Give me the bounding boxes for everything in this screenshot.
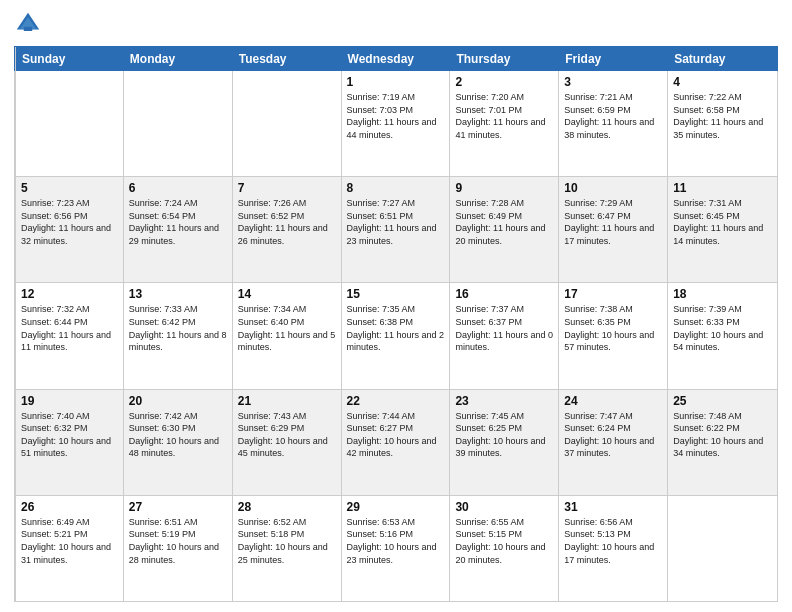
calendar-cell xyxy=(124,71,233,176)
day-number: 8 xyxy=(347,181,445,195)
day-info: Sunrise: 7:22 AM Sunset: 6:58 PM Dayligh… xyxy=(673,91,772,141)
day-info: Sunrise: 6:51 AM Sunset: 5:19 PM Dayligh… xyxy=(129,516,227,566)
calendar-cell: 6Sunrise: 7:24 AM Sunset: 6:54 PM Daylig… xyxy=(124,177,233,282)
calendar-cell: 16Sunrise: 7:37 AM Sunset: 6:37 PM Dayli… xyxy=(450,283,559,388)
day-info: Sunrise: 7:20 AM Sunset: 7:01 PM Dayligh… xyxy=(455,91,553,141)
calendar-row: 19Sunrise: 7:40 AM Sunset: 6:32 PM Dayli… xyxy=(15,390,777,496)
day-number: 15 xyxy=(347,287,445,301)
calendar-cell: 27Sunrise: 6:51 AM Sunset: 5:19 PM Dayli… xyxy=(124,496,233,601)
day-header-monday: Monday xyxy=(124,47,233,71)
day-number: 24 xyxy=(564,394,662,408)
day-number: 29 xyxy=(347,500,445,514)
day-info: Sunrise: 7:24 AM Sunset: 6:54 PM Dayligh… xyxy=(129,197,227,247)
day-number: 2 xyxy=(455,75,553,89)
day-number: 12 xyxy=(21,287,118,301)
day-info: Sunrise: 6:53 AM Sunset: 5:16 PM Dayligh… xyxy=(347,516,445,566)
calendar-cell: 9Sunrise: 7:28 AM Sunset: 6:49 PM Daylig… xyxy=(450,177,559,282)
calendar-cell: 1Sunrise: 7:19 AM Sunset: 7:03 PM Daylig… xyxy=(342,71,451,176)
day-info: Sunrise: 7:45 AM Sunset: 6:25 PM Dayligh… xyxy=(455,410,553,460)
day-number: 10 xyxy=(564,181,662,195)
calendar-cell: 2Sunrise: 7:20 AM Sunset: 7:01 PM Daylig… xyxy=(450,71,559,176)
page-header xyxy=(14,10,778,38)
day-info: Sunrise: 7:48 AM Sunset: 6:22 PM Dayligh… xyxy=(673,410,772,460)
day-header-friday: Friday xyxy=(559,47,668,71)
day-info: Sunrise: 7:39 AM Sunset: 6:33 PM Dayligh… xyxy=(673,303,772,353)
calendar-cell: 8Sunrise: 7:27 AM Sunset: 6:51 PM Daylig… xyxy=(342,177,451,282)
day-info: Sunrise: 7:44 AM Sunset: 6:27 PM Dayligh… xyxy=(347,410,445,460)
day-info: Sunrise: 7:40 AM Sunset: 6:32 PM Dayligh… xyxy=(21,410,118,460)
svg-rect-2 xyxy=(24,27,32,31)
calendar-cell: 29Sunrise: 6:53 AM Sunset: 5:16 PM Dayli… xyxy=(342,496,451,601)
calendar-header: SundayMondayTuesdayWednesdayThursdayFrid… xyxy=(14,46,778,71)
day-info: Sunrise: 7:31 AM Sunset: 6:45 PM Dayligh… xyxy=(673,197,772,247)
calendar-cell: 21Sunrise: 7:43 AM Sunset: 6:29 PM Dayli… xyxy=(233,390,342,495)
day-number: 7 xyxy=(238,181,336,195)
calendar-cell: 14Sunrise: 7:34 AM Sunset: 6:40 PM Dayli… xyxy=(233,283,342,388)
day-number: 9 xyxy=(455,181,553,195)
calendar-cell: 26Sunrise: 6:49 AM Sunset: 5:21 PM Dayli… xyxy=(15,496,124,601)
logo xyxy=(14,10,46,38)
day-info: Sunrise: 6:56 AM Sunset: 5:13 PM Dayligh… xyxy=(564,516,662,566)
calendar-body: 1Sunrise: 7:19 AM Sunset: 7:03 PM Daylig… xyxy=(14,71,778,602)
day-header-tuesday: Tuesday xyxy=(233,47,342,71)
calendar-cell: 31Sunrise: 6:56 AM Sunset: 5:13 PM Dayli… xyxy=(559,496,668,601)
calendar-cell: 20Sunrise: 7:42 AM Sunset: 6:30 PM Dayli… xyxy=(124,390,233,495)
day-info: Sunrise: 7:32 AM Sunset: 6:44 PM Dayligh… xyxy=(21,303,118,353)
day-number: 20 xyxy=(129,394,227,408)
calendar-cell: 11Sunrise: 7:31 AM Sunset: 6:45 PM Dayli… xyxy=(668,177,777,282)
day-info: Sunrise: 7:43 AM Sunset: 6:29 PM Dayligh… xyxy=(238,410,336,460)
calendar-cell: 18Sunrise: 7:39 AM Sunset: 6:33 PM Dayli… xyxy=(668,283,777,388)
day-info: Sunrise: 7:42 AM Sunset: 6:30 PM Dayligh… xyxy=(129,410,227,460)
calendar-cell: 25Sunrise: 7:48 AM Sunset: 6:22 PM Dayli… xyxy=(668,390,777,495)
calendar-row: 1Sunrise: 7:19 AM Sunset: 7:03 PM Daylig… xyxy=(15,71,777,177)
day-number: 4 xyxy=(673,75,772,89)
calendar: SundayMondayTuesdayWednesdayThursdayFrid… xyxy=(14,46,778,602)
day-number: 14 xyxy=(238,287,336,301)
calendar-cell: 24Sunrise: 7:47 AM Sunset: 6:24 PM Dayli… xyxy=(559,390,668,495)
day-number: 23 xyxy=(455,394,553,408)
day-header-thursday: Thursday xyxy=(450,47,559,71)
calendar-cell: 12Sunrise: 7:32 AM Sunset: 6:44 PM Dayli… xyxy=(15,283,124,388)
calendar-cell: 13Sunrise: 7:33 AM Sunset: 6:42 PM Dayli… xyxy=(124,283,233,388)
calendar-row: 12Sunrise: 7:32 AM Sunset: 6:44 PM Dayli… xyxy=(15,283,777,389)
day-number: 28 xyxy=(238,500,336,514)
day-number: 16 xyxy=(455,287,553,301)
day-header-sunday: Sunday xyxy=(15,47,124,71)
day-number: 30 xyxy=(455,500,553,514)
day-number: 25 xyxy=(673,394,772,408)
calendar-cell: 7Sunrise: 7:26 AM Sunset: 6:52 PM Daylig… xyxy=(233,177,342,282)
day-number: 26 xyxy=(21,500,118,514)
day-header-wednesday: Wednesday xyxy=(342,47,451,71)
day-info: Sunrise: 6:52 AM Sunset: 5:18 PM Dayligh… xyxy=(238,516,336,566)
day-number: 5 xyxy=(21,181,118,195)
day-number: 11 xyxy=(673,181,772,195)
day-number: 13 xyxy=(129,287,227,301)
calendar-cell: 10Sunrise: 7:29 AM Sunset: 6:47 PM Dayli… xyxy=(559,177,668,282)
day-number: 21 xyxy=(238,394,336,408)
calendar-cell: 5Sunrise: 7:23 AM Sunset: 6:56 PM Daylig… xyxy=(15,177,124,282)
day-info: Sunrise: 7:21 AM Sunset: 6:59 PM Dayligh… xyxy=(564,91,662,141)
calendar-cell xyxy=(668,496,777,601)
day-info: Sunrise: 6:55 AM Sunset: 5:15 PM Dayligh… xyxy=(455,516,553,566)
calendar-cell: 4Sunrise: 7:22 AM Sunset: 6:58 PM Daylig… xyxy=(668,71,777,176)
day-number: 1 xyxy=(347,75,445,89)
calendar-cell: 15Sunrise: 7:35 AM Sunset: 6:38 PM Dayli… xyxy=(342,283,451,388)
day-header-saturday: Saturday xyxy=(668,47,777,71)
day-info: Sunrise: 7:34 AM Sunset: 6:40 PM Dayligh… xyxy=(238,303,336,353)
calendar-cell: 17Sunrise: 7:38 AM Sunset: 6:35 PM Dayli… xyxy=(559,283,668,388)
day-info: Sunrise: 7:27 AM Sunset: 6:51 PM Dayligh… xyxy=(347,197,445,247)
day-number: 27 xyxy=(129,500,227,514)
day-info: Sunrise: 7:33 AM Sunset: 6:42 PM Dayligh… xyxy=(129,303,227,353)
day-number: 18 xyxy=(673,287,772,301)
day-info: Sunrise: 7:38 AM Sunset: 6:35 PM Dayligh… xyxy=(564,303,662,353)
day-info: Sunrise: 7:28 AM Sunset: 6:49 PM Dayligh… xyxy=(455,197,553,247)
day-info: Sunrise: 7:37 AM Sunset: 6:37 PM Dayligh… xyxy=(455,303,553,353)
day-info: Sunrise: 7:26 AM Sunset: 6:52 PM Dayligh… xyxy=(238,197,336,247)
calendar-cell: 19Sunrise: 7:40 AM Sunset: 6:32 PM Dayli… xyxy=(15,390,124,495)
day-info: Sunrise: 7:29 AM Sunset: 6:47 PM Dayligh… xyxy=(564,197,662,247)
calendar-row: 26Sunrise: 6:49 AM Sunset: 5:21 PM Dayli… xyxy=(15,496,777,601)
day-number: 31 xyxy=(564,500,662,514)
day-info: Sunrise: 7:23 AM Sunset: 6:56 PM Dayligh… xyxy=(21,197,118,247)
day-number: 19 xyxy=(21,394,118,408)
day-number: 22 xyxy=(347,394,445,408)
